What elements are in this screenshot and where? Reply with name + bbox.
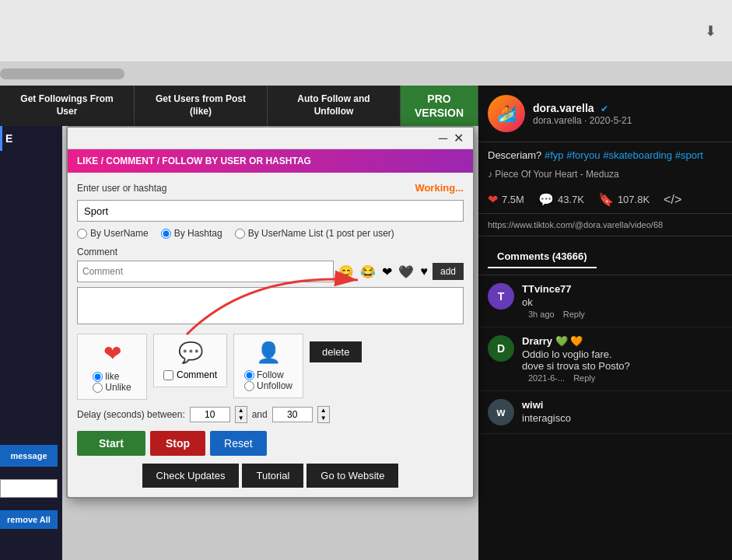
comment-stat-icon: 💬 bbox=[538, 192, 554, 207]
go-to-website-button[interactable]: Go to Website bbox=[306, 464, 398, 488]
reset-button[interactable]: Reset bbox=[210, 431, 267, 456]
unfollow-radio[interactable] bbox=[244, 381, 254, 391]
download-icon[interactable]: ⬇ bbox=[698, 19, 723, 44]
comment-avatar-2: D bbox=[488, 335, 514, 362]
radio-username-label[interactable]: By UserName bbox=[77, 228, 149, 239]
auto-follow-unfollow-button[interactable]: Auto Follow and Unfollow bbox=[268, 86, 401, 126]
unlike-radio-label[interactable]: Unlike bbox=[93, 382, 131, 393]
get-users-from-post-button[interactable]: Get Users from Post (like) bbox=[135, 86, 268, 126]
input-label: Enter user or hashtag bbox=[77, 183, 415, 194]
comment-item-3: w wiwi interagisco bbox=[478, 391, 732, 434]
hashtag-input[interactable] bbox=[77, 200, 464, 222]
unfollow-radio-label[interactable]: Unfollow bbox=[244, 380, 292, 391]
reply-link-1[interactable]: Reply bbox=[563, 310, 585, 319]
comment-checkbox[interactable] bbox=[163, 370, 173, 380]
remove-all-button[interactable]: remove All bbox=[0, 510, 58, 529]
emoji-button-3[interactable]: ❤ bbox=[380, 263, 394, 281]
comment-meta-1: 3h ago Reply bbox=[522, 310, 723, 319]
follow-radio-label[interactable]: Follow bbox=[244, 369, 292, 380]
bookmark-stat[interactable]: 🔖 107.8K bbox=[598, 192, 650, 207]
comment-content-2: Drarry 💚 🧡 Oddio lo voglio fare.dove si … bbox=[522, 335, 723, 383]
comment-item-2: D Drarry 💚 🧡 Oddio lo voglio fare.dove s… bbox=[478, 327, 732, 391]
add-comment-button[interactable]: add bbox=[433, 263, 464, 280]
footer-row: Check Updates Tutorial Go to Website bbox=[77, 464, 464, 488]
close-button[interactable]: ✕ bbox=[450, 131, 467, 145]
delay-from-input[interactable] bbox=[190, 407, 230, 422]
hashtag-skateboarding: #skateboarding bbox=[603, 149, 672, 161]
get-followings-button[interactable]: Get Followings From User bbox=[0, 86, 135, 126]
spin-up-to[interactable]: ▲ bbox=[318, 407, 329, 415]
check-updates-button[interactable]: Check Updates bbox=[142, 464, 240, 488]
scrollbar-thumb[interactable] bbox=[0, 68, 124, 79]
comments-tab[interactable]: Comments (43666) bbox=[488, 243, 597, 268]
bookmark-count: 107.8K bbox=[618, 194, 650, 205]
comment-item-1: T TTvince77 ok 3h ago Reply bbox=[478, 275, 732, 327]
tiktok-music: ♪ Piece Of Your Heart - Meduza bbox=[478, 169, 732, 186]
spin-down-from[interactable]: ▼ bbox=[236, 415, 247, 422]
sidebar-input[interactable] bbox=[0, 479, 58, 498]
comment-label: Comment bbox=[77, 247, 464, 257]
radio-hashtag[interactable] bbox=[161, 229, 171, 239]
spin-up-from[interactable]: ▲ bbox=[236, 407, 247, 415]
emoji-button-1[interactable]: 😊 bbox=[337, 263, 355, 281]
comment-count: 43.7K bbox=[558, 194, 584, 205]
comment-avatar-1: T bbox=[488, 283, 514, 310]
pro-version-button[interactable]: PRO VERSION bbox=[401, 86, 478, 126]
browser-bar: ⬇ bbox=[0, 0, 732, 62]
delay-label: Delay (seconds) between: bbox=[77, 409, 185, 420]
delay-to-spinner[interactable]: ▲ ▼ bbox=[317, 406, 330, 423]
like-action-box: ❤ like Unlike bbox=[77, 334, 147, 400]
comment-checkbox-label[interactable]: Comment bbox=[163, 369, 217, 380]
start-button[interactable]: Start bbox=[77, 431, 145, 456]
scrollbar-area bbox=[0, 62, 732, 86]
comment-row: 😊 😂 ❤ 🖤 ♥ add bbox=[77, 261, 464, 282]
radio-list-label[interactable]: By UserName List (1 post per user) bbox=[235, 228, 394, 239]
tiktok-url[interactable]: https://www.tiktok.com/@dora.varella/vid… bbox=[478, 214, 732, 236]
delay-from-spinner[interactable]: ▲ ▼ bbox=[235, 406, 247, 423]
tiktok-handle-date: dora.varella · 2020-5-21 bbox=[533, 115, 632, 126]
tiktok-user-info: dora.varella ✔ dora.varella · 2020-5-21 bbox=[533, 101, 632, 126]
radio-list[interactable] bbox=[235, 229, 245, 239]
tiktok-panel: 🏄 dora.varella ✔ dora.varella · 2020-5-2… bbox=[478, 86, 732, 560]
emoji-button-4[interactable]: 🖤 bbox=[397, 263, 415, 281]
dialog: ─ ✕ LIKE / COMMENT / FOLLOW BY USER OR H… bbox=[66, 126, 475, 499]
comment-content-3: wiwi interagisco bbox=[522, 399, 723, 425]
reply-link-2[interactable]: Reply bbox=[573, 373, 595, 383]
comments-tab-row: Comments (43666) bbox=[478, 236, 732, 275]
comment-input[interactable] bbox=[77, 261, 334, 282]
comment-text-1: ok bbox=[522, 296, 723, 308]
radio-hashtag-label[interactable]: By Hashtag bbox=[161, 228, 222, 239]
follow-action-box: 👤 Follow Unfollow bbox=[233, 334, 303, 398]
tutorial-button[interactable]: Tutorial bbox=[242, 464, 303, 488]
dialog-titlebar: ─ ✕ bbox=[68, 128, 473, 149]
delay-to-input[interactable] bbox=[272, 407, 313, 422]
comment-user-1: TTvince77 bbox=[522, 283, 723, 295]
minimize-button[interactable]: ─ bbox=[436, 131, 450, 145]
delay-and: and bbox=[252, 409, 268, 420]
spin-down-to[interactable]: ▼ bbox=[318, 415, 329, 422]
like-radio-label[interactable]: like bbox=[93, 371, 131, 382]
tiktok-username: dora.varella bbox=[533, 102, 594, 114]
follow-radio[interactable] bbox=[244, 370, 254, 380]
unlike-radio[interactable] bbox=[93, 383, 103, 393]
input-label-row: Enter user or hashtag Working... bbox=[77, 182, 464, 194]
stop-button[interactable]: Stop bbox=[150, 431, 205, 456]
radio-username[interactable] bbox=[77, 229, 87, 239]
like-radio[interactable] bbox=[93, 372, 103, 382]
action-row: ❤ like Unlike 💬 Comment bbox=[77, 334, 464, 400]
code-stat[interactable]: </> bbox=[664, 193, 681, 207]
like-count: 7.5M bbox=[502, 194, 524, 205]
comment-stat[interactable]: 💬 43.7K bbox=[538, 192, 584, 207]
delete-button[interactable]: delete bbox=[310, 341, 362, 362]
comment-text-3: interagisco bbox=[522, 412, 723, 424]
toolbar: Get Followings From User Get Users from … bbox=[0, 86, 478, 126]
emoji-button-2[interactable]: 😂 bbox=[359, 263, 377, 281]
like-stat[interactable]: ❤ 7.5M bbox=[488, 192, 524, 207]
comment-action-box: 💬 Comment bbox=[153, 334, 227, 387]
comment-user-3: wiwi bbox=[522, 399, 723, 411]
message-button[interactable]: message bbox=[0, 445, 58, 467]
bookmark-stat-icon: 🔖 bbox=[598, 192, 614, 207]
comment-textarea[interactable] bbox=[77, 287, 464, 324]
emoji-button-5[interactable]: ♥ bbox=[419, 263, 429, 280]
follow-icon: 👤 bbox=[256, 341, 281, 365]
